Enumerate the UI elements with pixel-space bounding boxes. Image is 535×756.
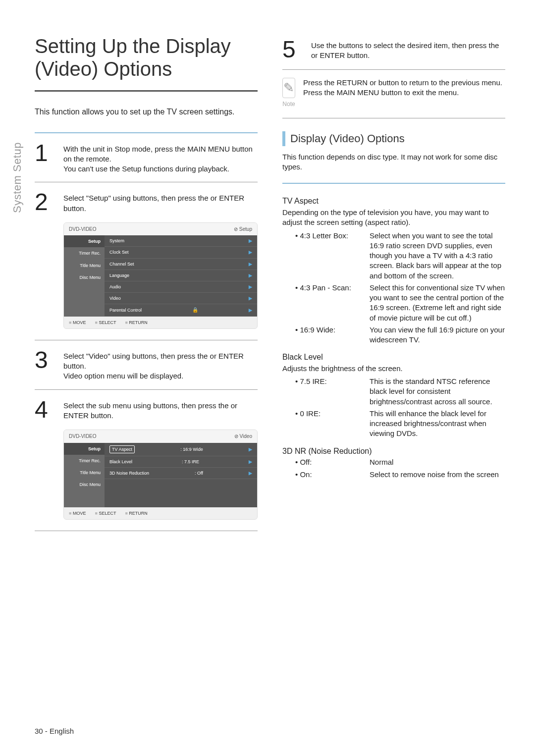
- step-5: 5 Use the buttons to select the desired …: [282, 38, 505, 69]
- osd-foot-select: SELECT: [95, 320, 116, 325]
- tv-aspect-options: 4:3 Letter Box:Select when you want to s…: [282, 231, 505, 345]
- osd-main: System▶ Clock Set▶ Channel Set▶ Language…: [105, 235, 257, 316]
- step-text: Select "Video" using buttons, then press…: [63, 351, 258, 372]
- option-heading-3dnr: 3D NR (Noise Reduction): [282, 446, 505, 457]
- page-footer: 30 - English: [35, 726, 74, 736]
- osd-side-item: Timer Rec.: [64, 455, 105, 467]
- osd-title: DVD-VIDEO: [69, 433, 97, 440]
- note-block: ✎ Note Press the RETURN or button to ret…: [282, 69, 505, 118]
- osd-side-item: Disc Menu: [64, 479, 105, 490]
- step-text: Video option menu will be displayed.: [63, 371, 258, 381]
- osd-badge: ⊘ Setup: [234, 226, 252, 233]
- osd-badge: ⊘ Video: [234, 433, 252, 440]
- step-1: 1 With the unit in Stop mode, press the …: [35, 132, 258, 182]
- osd-side-item: Title Menu: [64, 260, 105, 271]
- left-column: Setting Up the Display (Video) Options T…: [35, 35, 258, 531]
- option-heading-black-level: Black Level: [282, 352, 505, 363]
- osd-foot-return: RETURN: [125, 320, 147, 325]
- osd-foot-move: MOVE: [69, 320, 86, 325]
- osd-menu-setup: DVD-VIDEO ⊘ Setup Setup Timer Rec. Title…: [63, 222, 258, 329]
- step-number: 2: [35, 190, 54, 331]
- osd-foot-return: RETURN: [125, 510, 147, 516]
- osd-side-item: Disc Menu: [64, 271, 105, 283]
- step-number: 3: [35, 348, 54, 381]
- option-desc: Adjusts the brightness of the screen.: [282, 364, 505, 374]
- page-title: Setting Up the Display (Video) Options: [35, 35, 258, 92]
- step-2: 2 Select "Setup" using buttons, then pre…: [35, 182, 258, 339]
- step-text: Use the buttons to select the desired it…: [311, 41, 505, 61]
- nr-options: Off:Normal On:Select to remove noise fro…: [282, 457, 505, 480]
- note-icon: ✎ Note: [282, 78, 295, 108]
- osd-side-item: Setup: [64, 235, 105, 247]
- step-text: Select "Setup" using buttons, then press…: [63, 193, 258, 214]
- osd-sidebar: Setup Timer Rec. Title Menu Disc Menu: [64, 443, 105, 507]
- osd-sidebar: Setup Timer Rec. Title Menu Disc Menu: [64, 235, 105, 316]
- osd-main: TV Aspect: 16:9 Wide▶ Black Level: 7.5 I…: [105, 443, 257, 507]
- option-desc: Depending on the type of television you …: [282, 208, 505, 228]
- osd-foot-select: SELECT: [95, 510, 116, 516]
- step-text: With the unit in Stop mode, press the MA…: [63, 144, 258, 164]
- step-number: 4: [35, 398, 54, 523]
- section-tab: System Setup: [10, 142, 25, 213]
- step-4: 4 Select the sub menu using buttons, the…: [35, 389, 258, 531]
- step-number: 5: [282, 38, 302, 61]
- step-text: You can't use the Setup functions during…: [63, 164, 258, 174]
- osd-side-item: Setup: [64, 443, 105, 455]
- osd-menu-video: DVD-VIDEO ⊘ Video Setup Timer Rec. Title…: [63, 430, 258, 520]
- right-column: 5 Use the buttons to select the desired …: [282, 35, 505, 531]
- black-level-options: 7.5 IRE:This is the standard NTSC refere…: [282, 377, 505, 439]
- option-heading-tv-aspect: TV Aspect: [282, 196, 505, 207]
- note-text: Press the RETURN or button to return to …: [303, 78, 505, 108]
- intro-text: This function allows you to set up the T…: [35, 107, 258, 117]
- osd-side-item: Title Menu: [64, 467, 105, 479]
- section-heading: Display (Video) Options: [282, 131, 505, 146]
- step-text: Select the sub menu using buttons, then …: [63, 401, 258, 421]
- osd-side-item: Timer Rec.: [64, 247, 105, 259]
- step-number: 1: [35, 141, 54, 174]
- osd-foot-move: MOVE: [69, 510, 86, 516]
- step-3: 3 Select "Video" using buttons, then pre…: [35, 340, 258, 389]
- osd-title: DVD-VIDEO: [69, 226, 97, 233]
- section-desc: This function depends on disc type. It m…: [282, 152, 505, 172]
